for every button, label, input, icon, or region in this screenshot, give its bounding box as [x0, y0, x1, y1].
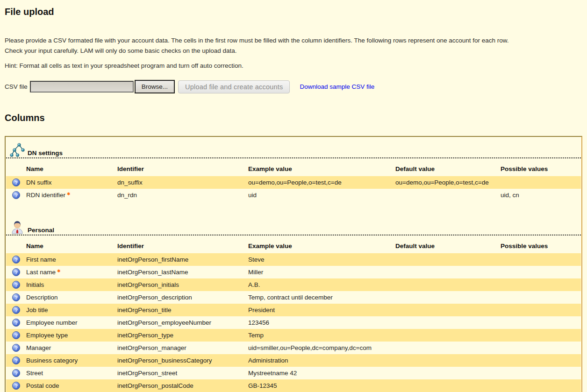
table-row: ? DN suffix dn_suffix ou=demo,ou=People,… — [6, 176, 581, 189]
csv-upload-row: CSV file Browse... Upload file and creat… — [5, 80, 582, 93]
column-default — [395, 291, 501, 304]
download-sample-link[interactable]: Download sample CSV file — [300, 83, 374, 90]
column-name: Description — [26, 294, 58, 301]
column-example: Administration — [248, 354, 395, 367]
columns-table: Name Identifier Example value Default va… — [6, 236, 581, 392]
column-name: First name — [26, 256, 56, 263]
column-possible — [501, 367, 581, 379]
column-identifier: dn_suffix — [117, 176, 248, 189]
column-identifier: inetOrgPerson_type — [117, 329, 248, 342]
table-row: ? First name inetOrgPerson_firstName Ste… — [6, 253, 581, 266]
column-default — [395, 379, 501, 392]
column-name: RDN identifier — [26, 192, 65, 199]
browse-button[interactable]: Browse... — [135, 80, 175, 93]
table-row: ? Postal code inetOrgPerson_postalCode G… — [6, 379, 581, 392]
column-example: uid — [248, 189, 395, 201]
column-possible — [501, 329, 581, 342]
column-header-possible: Possible values — [501, 236, 581, 253]
column-example: A.B. — [248, 278, 395, 291]
column-default — [395, 329, 501, 342]
column-possible — [501, 304, 581, 316]
page-title: File upload — [5, 7, 582, 17]
column-possible — [501, 278, 581, 291]
help-icon[interactable]: ? — [12, 293, 20, 301]
column-identifier: inetOrgPerson_firstName — [117, 253, 248, 266]
csv-file-input[interactable] — [30, 81, 134, 93]
person-icon — [10, 219, 25, 234]
column-example: Mystreetname 42 — [248, 367, 395, 379]
column-identifier: inetOrgPerson_title — [117, 304, 248, 316]
column-example: ou=demo,ou=People,o=test,c=de — [248, 176, 395, 189]
help-icon[interactable]: ? — [12, 268, 20, 276]
column-name: Last name — [26, 269, 56, 276]
column-default — [395, 304, 501, 316]
table-row: ? Employee number inetOrgPerson_employee… — [6, 316, 581, 329]
help-icon[interactable]: ? — [12, 191, 20, 199]
column-possible — [501, 266, 581, 278]
columns-table: Name Identifier Example value Default va… — [6, 159, 581, 201]
column-possible — [501, 354, 581, 367]
column-example: Miller — [248, 266, 395, 278]
column-identifier: inetOrgPerson_manager — [117, 342, 248, 354]
columns-heading: Columns — [5, 113, 582, 123]
column-header-possible: Possible values — [501, 159, 581, 176]
column-identifier: inetOrgPerson_businessCategory — [117, 354, 248, 367]
section-header: Personal — [6, 214, 581, 235]
column-possible — [501, 253, 581, 266]
column-possible: uid, cn — [501, 189, 581, 201]
column-default — [395, 253, 501, 266]
column-name: DN suffix — [26, 179, 52, 186]
column-possible — [501, 342, 581, 354]
column-default — [395, 354, 501, 367]
section-title: Personal — [28, 227, 54, 234]
column-header-name: Name — [26, 159, 117, 176]
column-example: uid=smiller,ou=People,dc=company,dc=com — [248, 342, 395, 354]
section-title: DN settings — [28, 150, 63, 157]
column-header-example: Example value — [248, 159, 395, 176]
table-row: ? Initials inetOrgPerson_initials A.B. — [6, 278, 581, 291]
table-row: ? Manager inetOrgPerson_manager uid=smil… — [6, 342, 581, 354]
column-name: Street — [26, 370, 43, 377]
column-identifier: inetOrgPerson_postalCode — [117, 379, 248, 392]
help-icon[interactable]: ? — [12, 382, 20, 390]
column-identifier: inetOrgPerson_lastName — [117, 266, 248, 278]
required-icon: ✱ — [67, 192, 71, 196]
column-default — [395, 266, 501, 278]
help-icon[interactable]: ? — [12, 178, 20, 186]
column-possible — [501, 291, 581, 304]
upload-button[interactable]: Upload file and create accounts — [178, 80, 290, 93]
column-default — [395, 367, 501, 379]
table-row: ? Last name✱ inetOrgPerson_lastName Mill… — [6, 266, 581, 278]
column-identifier: inetOrgPerson_employeeNumber — [117, 316, 248, 329]
column-name: Initials — [26, 281, 44, 288]
table-header-row: Name Identifier Example value Default va… — [6, 236, 581, 253]
table-row: ? Business category inetOrgPerson_busine… — [6, 354, 581, 367]
help-icon[interactable]: ? — [12, 319, 20, 327]
column-possible — [501, 379, 581, 392]
column-identifier: inetOrgPerson_description — [117, 291, 248, 304]
column-name: Manager — [26, 344, 51, 351]
column-default — [395, 189, 501, 201]
hint-text: Hint: Format all cells as text in your s… — [5, 62, 582, 69]
column-example: Temp, contract until december — [248, 291, 395, 304]
help-icon[interactable]: ? — [12, 281, 20, 289]
column-identifier: dn_rdn — [117, 189, 248, 201]
column-example: 123456 — [248, 316, 395, 329]
tree-icon — [10, 142, 25, 157]
help-icon[interactable]: ? — [12, 369, 20, 377]
help-icon[interactable]: ? — [12, 344, 20, 352]
csv-file-label: CSV file — [5, 83, 28, 90]
column-default — [395, 278, 501, 291]
columns-box: DN settings Name Identifier Example valu… — [5, 136, 582, 392]
upload-column-section: DN settings Name Identifier Example valu… — [6, 137, 581, 201]
required-icon: ✱ — [57, 269, 61, 273]
upload-column-section: Personal Name Identifier Example value D… — [6, 214, 581, 392]
help-icon[interactable]: ? — [12, 306, 20, 314]
help-icon[interactable]: ? — [12, 356, 20, 364]
table-row: ? Street inetOrgPerson_street Mystreetna… — [6, 367, 581, 379]
help-icon[interactable]: ? — [12, 256, 20, 264]
column-example: Temp — [248, 329, 395, 342]
column-header-name: Name — [26, 236, 117, 253]
column-example: President — [248, 304, 395, 316]
help-icon[interactable]: ? — [12, 331, 20, 339]
